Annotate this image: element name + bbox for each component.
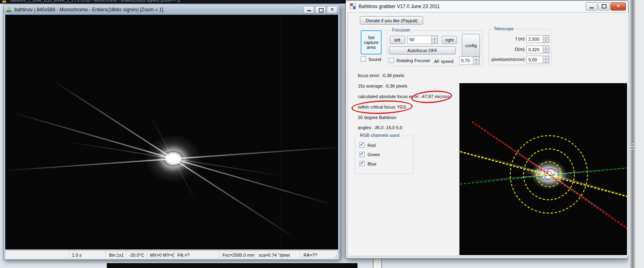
spin-down-icon[interactable]: ▼ [543,50,549,53]
spin-up-icon[interactable]: ▲ [473,57,479,61]
close-button[interactable]: ✕ [327,6,337,13]
status-ra: RA=?? [301,251,338,259]
grabber-titlebar[interactable]: Bahtinov grabber V17.0 June 23 2011 ✕ [346,1,628,12]
minimize-icon [590,7,594,8]
sensor-column-artifact [280,15,280,249]
spin-up-icon[interactable]: ▲ [432,36,438,40]
red-ellipse-annotation [351,99,413,115]
status-mouse-xy: MX=0 MY=0 [147,251,175,259]
resize-grip-icon[interactable] [333,254,337,258]
donate-button[interactable]: Donate if you like (Paypal) [360,16,423,25]
status-filter: Filt.=? [175,251,220,259]
desktop: bahtinov_1_100k_1110_MWM_1_1 | 372x58 - … [0,0,644,268]
minimize-button[interactable] [586,2,597,10]
background-window-title: bahtinov_1_100k_1110_MWM_1_1 | 372x58 - … [10,0,180,2]
grabber-window: Bahtinov grabber V17.0 June 23 2011 ✕ Do… [345,0,629,259]
pixelsize-value[interactable]: 9,00 [527,56,542,63]
close-button[interactable]: ✕ [611,2,626,10]
spin-down-icon[interactable]: ▼ [473,61,479,64]
app-icon [350,3,356,9]
blue-checkbox[interactable]: ✓ [359,161,365,166]
desktop-edge [636,0,644,268]
red-checkbox[interactable]: ✓ [359,142,365,148]
focus-left-button[interactable]: left [390,36,405,44]
status-focal: Foc=2500.0 mm [220,251,256,259]
capture-window: bahtinov | 840x588 - Monochrome - Entier… [3,4,340,260]
star-core [163,151,183,166]
rotating-focuser-checkbox[interactable] [389,58,394,63]
spin-up-icon[interactable]: ▲ [543,56,549,60]
background-window-fragment [107,263,357,268]
capture-window-title: bahtinov | 840x588 - Monochrome - Entier… [15,7,302,13]
status-cell-empty [6,251,69,259]
background-window-icon [2,0,6,3]
spin-down-icon[interactable]: ▼ [432,40,438,44]
status-bar: 1.0 s Bin:1x1 -20.0°C MX=0 MY=0 Filt.=? … [5,251,338,259]
zoom-analysis-panel[interactable] [459,83,627,255]
telescope-group-label: Telescope [492,26,515,31]
minimize-button[interactable] [303,6,314,13]
readout-focus-error: focus error: -0,38 pixels [358,73,404,78]
status-scale: sca=0.74 "/pixel [256,251,301,259]
green-label: Green [368,152,380,157]
f-value[interactable]: 2,500 [527,36,542,42]
star-image[interactable] [5,15,338,249]
focus-step-value[interactable]: 50 [408,36,431,44]
d-label: D(m) [490,47,525,52]
af-speed-spinner[interactable]: 0,70 ▲▼ [459,57,480,65]
pixelsize-spinner[interactable]: 9,00 ▲▼ [526,56,549,63]
background-scrollbar[interactable] [629,0,636,268]
restore-icon [319,8,324,13]
f-spinner[interactable]: 2,500 ▲▼ [526,35,549,43]
check-icon: ✓ [360,151,364,157]
red-label: Red [368,143,376,148]
check-icon: ✓ [360,142,364,147]
rotating-focuser-label: Rotating Focuser [397,58,430,63]
spin-up-icon[interactable]: ▲ [543,46,549,50]
grabber-client-area: Donate if you like (Paypal) Set capture … [347,12,629,256]
minimize-icon [307,10,311,11]
pixelsize-label: pixelsize(micron) [488,57,525,62]
focus-right-button[interactable]: right [442,36,457,44]
prism-triangle-icon [6,7,12,12]
check-icon: ✓ [360,160,364,166]
autofocus-button[interactable]: Autofocus OFF [389,46,456,54]
close-icon: ✕ [616,4,620,9]
blue-label: Blue [368,161,376,166]
focus-step-spinner[interactable]: 50 ▲▼ [407,36,438,44]
af-speed-value[interactable]: 0,70 [459,57,473,64]
set-capture-area-button[interactable]: Set capture area [361,30,382,54]
status-exposure: 1.0 s [69,251,106,259]
af-speed-label: AF speed: [434,59,454,64]
status-binning: Bin:1x1 [106,251,126,259]
readout-average: 15s average: -0,36 pixels [358,84,407,88]
d-value[interactable]: 0,320 [527,46,542,53]
red-ellipse-annotation [411,89,453,104]
background-window-titlebar: bahtinov_1_100k_1110_MWM_1_1 | 372x58 - … [0,0,346,4]
spin-down-icon[interactable]: ▼ [543,39,549,43]
restore-icon [602,4,607,8]
spin-down-icon[interactable]: ▼ [543,60,549,63]
capture-window-titlebar[interactable]: bahtinov | 840x588 - Monochrome - Entier… [4,4,340,15]
d-spinner[interactable]: 0,320 ▲▼ [526,46,549,53]
spin-up-icon[interactable]: ▲ [543,36,549,39]
status-temperature: -20.0°C [126,251,147,259]
rgb-group-label: RGB channels used [358,133,401,138]
scrollbar-grip-icon[interactable] [630,142,634,150]
focusser-group-label: Focusser [391,27,412,32]
grabber-title: Bahtinov grabber V17.0 June 23 2011 [359,4,584,9]
f-label: f (m) [490,36,525,41]
sound-checkbox[interactable] [361,57,366,62]
close-icon: ✕ [330,7,334,12]
green-checkbox[interactable]: ✓ [359,152,365,157]
config-button[interactable]: config [462,34,480,57]
sound-label: Sound [368,57,381,62]
readout-mask-type: 20 degree Bahtinov [358,115,396,120]
restore-button[interactable] [315,6,326,13]
background-scrollbar[interactable] [373,258,382,268]
center-marker-blue [544,171,553,180]
readout-angles: angles: -35,0 -15,0 5,0 [358,125,402,130]
restore-button[interactable] [598,2,610,10]
